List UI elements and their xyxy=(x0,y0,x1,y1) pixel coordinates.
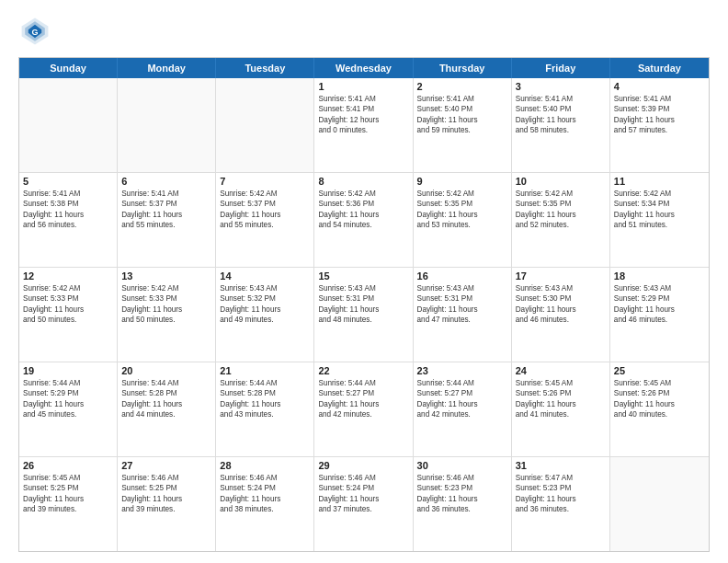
cell-info-line: Daylight: 11 hours xyxy=(121,494,211,504)
calendar-day: 16Sunrise: 5:43 AMSunset: 5:31 PMDayligh… xyxy=(414,268,512,362)
calendar: SundayMondayTuesdayWednesdayThursdayFrid… xyxy=(18,57,710,552)
calendar-day: 2Sunrise: 5:41 AMSunset: 5:40 PMDaylight… xyxy=(414,78,512,172)
calendar-day: 6Sunrise: 5:41 AMSunset: 5:37 PMDaylight… xyxy=(118,173,216,267)
cell-info-line: and 47 minutes. xyxy=(417,315,507,325)
day-number: 23 xyxy=(417,365,507,376)
day-number: 13 xyxy=(121,270,211,282)
cell-info-line: Daylight: 11 hours xyxy=(516,115,606,125)
cell-info-line: Sunrise: 5:41 AM xyxy=(614,94,705,104)
cell-info-line: Sunrise: 5:41 AM xyxy=(23,189,113,199)
cell-info-line: Sunset: 5:35 PM xyxy=(516,199,606,209)
day-number: 15 xyxy=(318,270,408,282)
cell-info-line: Sunrise: 5:46 AM xyxy=(318,473,408,483)
cell-info-line: Daylight: 11 hours xyxy=(121,210,211,220)
cell-info-line: Daylight: 11 hours xyxy=(23,304,113,315)
calendar-day: 25Sunrise: 5:45 AMSunset: 5:26 PMDayligh… xyxy=(610,362,709,456)
cell-info-line: Daylight: 11 hours xyxy=(220,399,310,409)
cell-info-line: Daylight: 11 hours xyxy=(417,115,507,125)
calendar-week: 19Sunrise: 5:44 AMSunset: 5:29 PMDayligh… xyxy=(19,362,709,457)
calendar-week: 1Sunrise: 5:41 AMSunset: 5:41 PMDaylight… xyxy=(19,78,709,173)
day-number: 10 xyxy=(516,176,606,187)
cell-info-line: Sunrise: 5:41 AM xyxy=(516,94,606,104)
cell-info-line: and 39 minutes. xyxy=(23,504,113,514)
cell-info-line: Sunrise: 5:42 AM xyxy=(614,189,705,199)
empty-cell xyxy=(19,78,118,172)
cell-info-line: and 38 minutes. xyxy=(220,504,310,514)
cell-info-line: Daylight: 11 hours xyxy=(516,494,606,504)
cell-info-line: Sunset: 5:35 PM xyxy=(417,199,507,209)
calendar-day: 7Sunrise: 5:42 AMSunset: 5:37 PMDaylight… xyxy=(216,173,314,267)
cell-info-line: Sunrise: 5:44 AM xyxy=(23,378,113,388)
cell-info-line: Sunset: 5:27 PM xyxy=(318,388,408,398)
cell-info-line: and 42 minutes. xyxy=(417,409,507,419)
cell-info-line: Daylight: 11 hours xyxy=(23,399,113,409)
cell-info-line: Sunset: 5:28 PM xyxy=(220,388,310,398)
day-number: 31 xyxy=(516,460,606,471)
calendar-day: 22Sunrise: 5:44 AMSunset: 5:27 PMDayligh… xyxy=(314,362,413,456)
cell-info-line: Daylight: 11 hours xyxy=(318,494,408,504)
cell-info-line: and 40 minutes. xyxy=(614,409,705,419)
calendar-day: 8Sunrise: 5:42 AMSunset: 5:36 PMDaylight… xyxy=(314,173,413,267)
weekday-header: Tuesday xyxy=(216,58,314,78)
cell-info-line: and 43 minutes. xyxy=(220,409,310,419)
cell-info-line: Sunrise: 5:43 AM xyxy=(220,283,310,293)
day-number: 11 xyxy=(614,176,705,187)
calendar-day: 27Sunrise: 5:46 AMSunset: 5:25 PMDayligh… xyxy=(118,457,216,551)
calendar-day: 20Sunrise: 5:44 AMSunset: 5:28 PMDayligh… xyxy=(118,362,216,456)
day-number: 16 xyxy=(417,270,507,282)
cell-info-line: Sunrise: 5:42 AM xyxy=(23,283,113,293)
cell-info-line: and 44 minutes. xyxy=(121,409,211,419)
day-number: 26 xyxy=(23,460,113,471)
cell-info-line: Daylight: 11 hours xyxy=(220,494,310,504)
cell-info-line: Daylight: 11 hours xyxy=(318,210,408,220)
cell-info-line: Sunrise: 5:41 AM xyxy=(121,189,211,199)
calendar-day: 4Sunrise: 5:41 AMSunset: 5:39 PMDaylight… xyxy=(610,78,709,172)
cell-info-line: Daylight: 11 hours xyxy=(417,399,507,409)
calendar-day: 15Sunrise: 5:43 AMSunset: 5:31 PMDayligh… xyxy=(314,268,413,362)
day-number: 19 xyxy=(23,365,113,376)
cell-info-line: Sunset: 5:31 PM xyxy=(318,293,408,304)
cell-info-line: Daylight: 11 hours xyxy=(614,115,705,125)
cell-info-line: and 58 minutes. xyxy=(516,125,606,135)
page: G SundayMondayTuesdayWednesdayThursdayFr… xyxy=(0,0,728,563)
cell-info-line: and 54 minutes. xyxy=(318,220,408,230)
cell-info-line: Daylight: 12 hours xyxy=(318,115,408,125)
day-number: 25 xyxy=(614,365,705,376)
cell-info-line: Sunset: 5:23 PM xyxy=(417,483,507,493)
cell-info-line: Sunrise: 5:43 AM xyxy=(318,283,408,293)
cell-info-line: and 51 minutes. xyxy=(614,220,705,230)
cell-info-line: Sunset: 5:26 PM xyxy=(614,388,705,398)
cell-info-line: Sunrise: 5:44 AM xyxy=(121,378,211,388)
cell-info-line: and 59 minutes. xyxy=(417,125,507,135)
cell-info-line: Sunset: 5:26 PM xyxy=(516,388,606,398)
cell-info-line: Sunset: 5:25 PM xyxy=(121,483,211,493)
cell-info-line: Sunset: 5:27 PM xyxy=(417,388,507,398)
calendar-day: 11Sunrise: 5:42 AMSunset: 5:34 PMDayligh… xyxy=(610,173,709,267)
calendar-week: 12Sunrise: 5:42 AMSunset: 5:33 PMDayligh… xyxy=(19,268,709,362)
calendar-day: 29Sunrise: 5:46 AMSunset: 5:24 PMDayligh… xyxy=(314,457,413,551)
cell-info-line: Sunset: 5:33 PM xyxy=(121,293,211,304)
cell-info-line: and 49 minutes. xyxy=(220,315,310,325)
day-number: 4 xyxy=(614,81,705,92)
cell-info-line: Daylight: 11 hours xyxy=(614,304,705,315)
empty-cell xyxy=(216,78,314,172)
cell-info-line: Sunrise: 5:47 AM xyxy=(516,473,606,483)
weekday-header: Wednesday xyxy=(314,58,413,78)
cell-info-line: Daylight: 11 hours xyxy=(516,304,606,315)
cell-info-line: Sunrise: 5:46 AM xyxy=(417,473,507,483)
cell-info-line: Sunrise: 5:42 AM xyxy=(121,283,211,293)
cell-info-line: Sunset: 5:24 PM xyxy=(318,483,408,493)
cell-info-line: Daylight: 11 hours xyxy=(614,210,705,220)
day-number: 22 xyxy=(318,365,408,376)
cell-info-line: Daylight: 11 hours xyxy=(121,399,211,409)
day-number: 2 xyxy=(417,81,507,92)
empty-cell xyxy=(118,78,216,172)
day-number: 28 xyxy=(220,460,310,471)
cell-info-line: Sunrise: 5:42 AM xyxy=(417,189,507,199)
cell-info-line: Sunset: 5:32 PM xyxy=(220,293,310,304)
cell-info-line: Sunrise: 5:45 AM xyxy=(23,473,113,483)
cell-info-line: Daylight: 11 hours xyxy=(417,304,507,315)
cell-info-line: and 57 minutes. xyxy=(614,125,705,135)
weekday-header: Sunday xyxy=(19,58,118,78)
svg-text:G: G xyxy=(31,28,38,37)
